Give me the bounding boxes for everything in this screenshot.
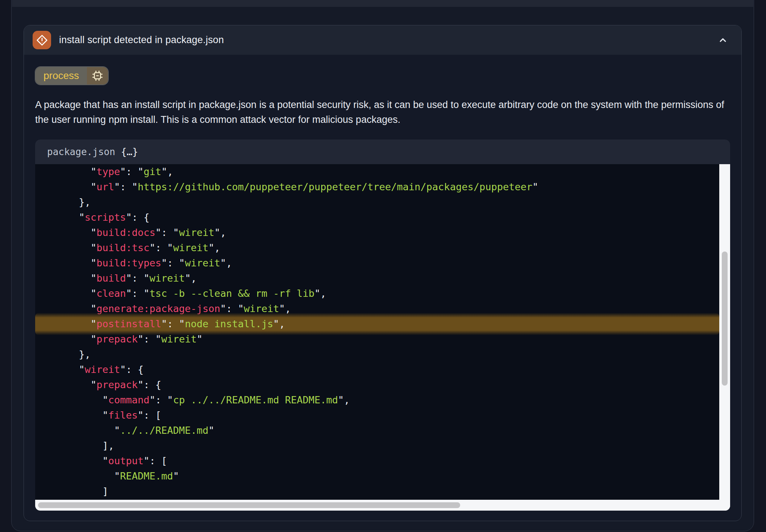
code-lines: "type": "git", "url": "https://github.co… [35, 164, 719, 500]
code-line: "output": [ [67, 453, 719, 469]
process-badge-label: process [36, 67, 87, 84]
code-line: "command": "cp ../../README.md README.md… [67, 392, 719, 408]
collapsed-braces-icon[interactable]: {…} [121, 146, 138, 157]
horizontal-scrollbar-thumb[interactable] [38, 502, 460, 508]
horizontal-scrollbar-track[interactable] [35, 500, 730, 511]
code-line: "../../README.md" [67, 423, 719, 438]
alert-description: A package that has an install script in … [35, 97, 736, 127]
code-scroll-area[interactable]: "type": "git", "url": "https://github.co… [35, 164, 730, 511]
code-line: ], [67, 438, 719, 453]
code-line: "url": "https://github.com/puppeteer/pup… [67, 179, 719, 195]
alert-title: install script detected in package.json [59, 34, 224, 46]
code-line: "clean": "tsc -b --clean && rm -rf lib", [67, 286, 719, 301]
code-line: "scripts": { [67, 210, 719, 225]
code-line: "type": "git", [67, 164, 719, 179]
code-line: "build:docs": "wireit", [67, 225, 719, 240]
chevron-up-icon [717, 35, 728, 46]
collapse-button[interactable] [717, 35, 728, 46]
alert-diamond-icon [33, 31, 51, 49]
alert-card: install script detected in package.json … [24, 25, 742, 521]
code-line: }, [67, 347, 719, 362]
previous-card-edge [12, 0, 753, 7]
vertical-scrollbar-track[interactable] [719, 164, 730, 511]
cpu-icon [87, 67, 108, 84]
code-filename: package.json [47, 146, 115, 157]
code-line: "build": "wireit", [67, 271, 719, 286]
code-line: "files": [ [67, 408, 719, 423]
code-line: ] [67, 484, 719, 499]
vertical-scrollbar-thumb[interactable] [722, 252, 728, 386]
code-line-highlighted: "postinstall": "node install.js", [67, 316, 719, 332]
code-line: "README.md" [67, 469, 719, 484]
code-viewer: package.json {…} "type": "git", "url": "… [35, 140, 730, 511]
code-line: "prepack": { [67, 377, 719, 392]
process-badge[interactable]: process [35, 66, 109, 85]
code-line: "build:tsc": "wireit", [67, 240, 719, 255]
code-viewer-header: package.json {…} [35, 140, 730, 164]
alert-card-header[interactable]: install script detected in package.json [24, 25, 741, 55]
code-line: "wireit": { [67, 362, 719, 377]
code-line: }, [67, 195, 719, 210]
code-line: "build:types": "wireit", [67, 255, 719, 271]
